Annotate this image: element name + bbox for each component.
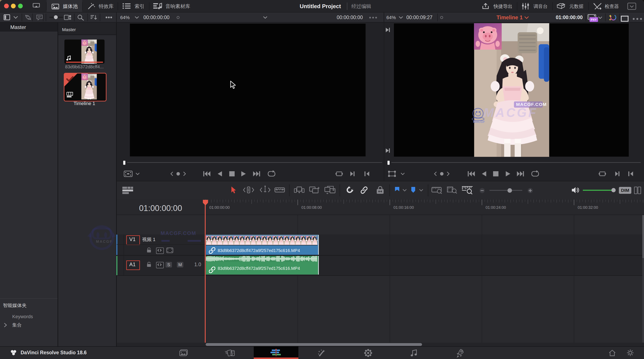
svg-text:MACGF: MACGF bbox=[473, 120, 485, 124]
